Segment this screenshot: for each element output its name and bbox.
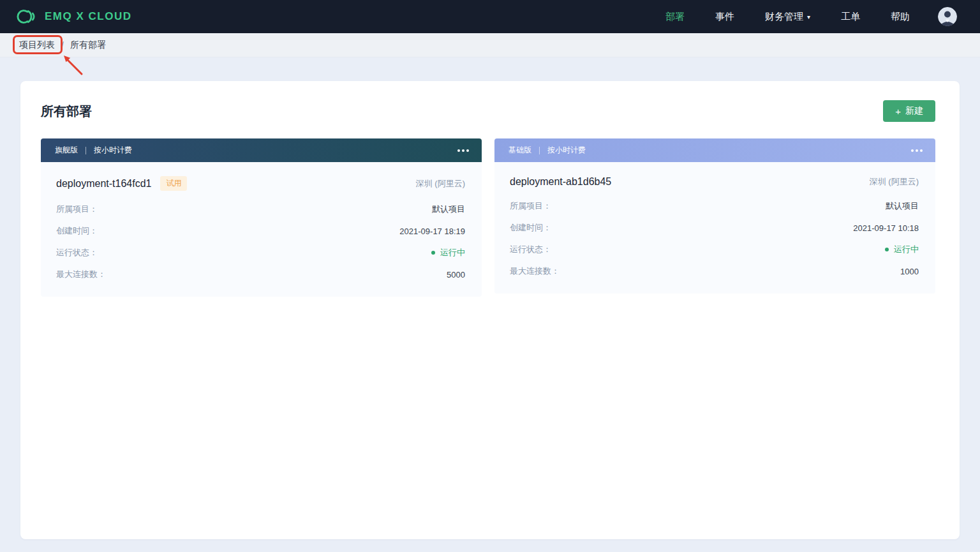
- field-label: 创建时间：: [56, 225, 98, 237]
- billing-mode: 按小时计费: [94, 145, 132, 156]
- brand[interactable]: EMQ X CLOUD: [15, 6, 131, 27]
- breadcrumb: 项目列表 / 所有部署: [0, 33, 980, 57]
- create-deployment-button[interactable]: + 新建: [883, 100, 935, 122]
- avatar[interactable]: [938, 7, 957, 26]
- breadcrumb-separator: /: [61, 40, 64, 50]
- field-label: 所属项目：: [510, 200, 551, 212]
- field-label: 运行状态：: [510, 244, 551, 255]
- plan-info: 基础版 按小时计费: [509, 145, 586, 156]
- deployment-card-ab1d6b45[interactable]: 基础版 按小时计费 deployment-ab1d6b45 深圳 (阿里云) 所…: [494, 138, 935, 297]
- nav-item-tickets[interactable]: 工单: [841, 11, 860, 23]
- field-label: 最大连接数：: [510, 265, 560, 277]
- status-text: 运行中: [440, 247, 465, 258]
- plus-icon: +: [895, 107, 901, 116]
- deployment-card-body: deployment-t164fcd1 试用 深圳 (阿里云) 所属项目： 默认…: [41, 162, 482, 297]
- deployment-name: deployment-ab1d6b45: [510, 176, 611, 188]
- field-row-max-connections: 最大连接数： 5000: [56, 264, 465, 285]
- deployment-card-list: 旗舰版 按小时计费 deployment-t164fcd1 试用 深圳 (阿里云…: [20, 138, 960, 297]
- field-label: 创建时间：: [510, 222, 551, 234]
- breadcrumb-item-project-list[interactable]: 项目列表: [19, 40, 55, 51]
- create-button-label: 新建: [905, 105, 923, 117]
- field-row-created: 创建时间： 2021-09-17 10:18: [510, 217, 919, 239]
- status-dot-icon: [885, 248, 889, 251]
- nav-item-finance[interactable]: 财务管理 ▾: [765, 11, 810, 23]
- status-value: 运行中: [431, 247, 465, 258]
- deployment-name-row: deployment-t164fcd1 试用 深圳 (阿里云): [56, 176, 465, 191]
- field-row-max-connections: 最大连接数： 1000: [510, 260, 919, 282]
- field-value: 2021-09-17 18:19: [399, 227, 465, 236]
- status-dot-icon: [431, 251, 435, 255]
- field-label: 所属项目：: [56, 204, 98, 215]
- billing-mode: 按小时计费: [547, 145, 586, 156]
- field-row-status: 运行状态： 运行中: [510, 239, 919, 260]
- deployment-card-t164fcd1[interactable]: 旗舰版 按小时计费 deployment-t164fcd1 试用 深圳 (阿里云…: [41, 138, 482, 297]
- field-value: 默认项目: [886, 200, 919, 212]
- top-navbar: EMQ X CLOUD 部署 事件 财务管理 ▾ 工单 帮助: [0, 0, 980, 33]
- deployment-region: 深圳 (阿里云): [870, 176, 919, 188]
- field-label: 最大连接数：: [56, 269, 106, 280]
- main-nav: 部署 事件 财务管理 ▾ 工单 帮助: [665, 7, 957, 26]
- plan-info: 旗舰版 按小时计费: [55, 145, 132, 156]
- field-row-project: 所属项目： 默认项目: [510, 195, 919, 217]
- all-deployments-panel: 所有部署 + 新建 旗舰版 按小时计费 deployment-t164fcd1: [20, 81, 960, 539]
- deployment-name: deployment-t164fcd1: [56, 178, 151, 190]
- brand-name: EMQ X CLOUD: [45, 10, 131, 23]
- field-value: 5000: [447, 270, 465, 280]
- plan-name: 基础版: [509, 145, 531, 156]
- more-actions-button[interactable]: [456, 145, 470, 156]
- deployment-card-header: 旗舰版 按小时计费: [41, 138, 482, 162]
- page-title: 所有部署: [41, 103, 92, 120]
- nav-item-events[interactable]: 事件: [715, 11, 734, 23]
- field-row-created: 创建时间： 2021-09-17 18:19: [56, 220, 465, 242]
- plan-separator: [539, 147, 540, 154]
- field-row-status: 运行状态： 运行中: [56, 242, 465, 264]
- nav-item-help[interactable]: 帮助: [891, 11, 910, 23]
- chevron-down-icon: ▾: [807, 13, 810, 20]
- more-actions-button[interactable]: [910, 145, 924, 156]
- nav-item-finance-label: 财务管理: [765, 11, 803, 23]
- trial-badge: 试用: [160, 176, 187, 191]
- breadcrumb-item-all-deployments: 所有部署: [70, 40, 106, 51]
- status-text: 运行中: [894, 244, 919, 255]
- emqx-logo-icon: [15, 6, 37, 27]
- deployment-card-header: 基础版 按小时计费: [494, 138, 935, 162]
- field-value: 2021-09-17 10:18: [853, 223, 919, 233]
- field-row-project: 所属项目： 默认项目: [56, 198, 465, 220]
- plan-name: 旗舰版: [55, 145, 78, 156]
- nav-item-deployments[interactable]: 部署: [665, 11, 685, 23]
- plan-separator: [85, 147, 86, 154]
- panel-header: 所有部署 + 新建: [20, 81, 960, 122]
- deployment-name-row: deployment-ab1d6b45 深圳 (阿里云): [510, 176, 919, 188]
- field-label: 运行状态：: [56, 247, 98, 258]
- status-value: 运行中: [885, 244, 919, 255]
- deployment-card-body: deployment-ab1d6b45 深圳 (阿里云) 所属项目： 默认项目 …: [494, 162, 935, 294]
- field-value: 1000: [900, 267, 919, 276]
- field-value: 默认项目: [432, 204, 465, 215]
- deployment-region: 深圳 (阿里云): [416, 178, 465, 190]
